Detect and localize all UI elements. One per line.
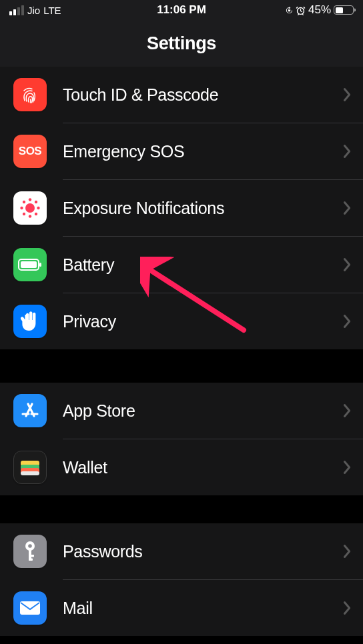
chevron-right-icon (343, 403, 363, 418)
battery-icon (13, 248, 47, 281)
key-icon (13, 535, 47, 568)
row-label: App Store (63, 401, 327, 421)
chevron-right-icon (343, 314, 363, 329)
row-label: Privacy (63, 312, 327, 331)
chevron-right-icon (343, 257, 363, 272)
clock-label: 11:06 PM (157, 3, 206, 17)
chevron-right-icon (343, 144, 363, 159)
svg-point-19 (28, 544, 32, 548)
wallet-icon (13, 451, 47, 484)
row-mail[interactable]: Mail (13, 580, 363, 636)
svg-rect-13 (39, 263, 41, 267)
chevron-right-icon (343, 460, 363, 475)
svg-point-8 (35, 201, 37, 203)
row-label: Mail (63, 599, 327, 618)
section-spacer (0, 349, 363, 383)
row-label: Emergency SOS (63, 142, 327, 161)
page-title: Settings (0, 20, 363, 67)
row-battery[interactable]: Battery (13, 237, 363, 293)
signal-icon (9, 5, 24, 15)
row-label: Exposure Notifications (63, 199, 327, 218)
settings-section-1: Touch ID & Passcode SOS Emergency SOS E (0, 67, 363, 349)
mail-icon (13, 591, 47, 625)
battery-percent-label: 45% (308, 3, 331, 17)
battery-icon (334, 5, 354, 15)
network-label: LTE (43, 5, 61, 16)
svg-point-3 (29, 198, 31, 201)
section-spacer (0, 495, 363, 523)
sos-icon: SOS (13, 135, 47, 168)
row-emergency-sos[interactable]: SOS Emergency SOS (13, 123, 363, 179)
svg-point-5 (20, 207, 23, 209)
settings-section-3: Passwords Mail (0, 523, 363, 636)
settings-section-2: App Store Wallet (0, 383, 363, 495)
svg-point-10 (35, 213, 37, 215)
row-wallet[interactable]: Wallet (13, 439, 363, 495)
svg-point-4 (29, 215, 31, 217)
carrier-label: Jio (27, 5, 40, 16)
row-label: Passwords (63, 542, 327, 561)
row-label: Wallet (63, 458, 327, 477)
app-store-icon (13, 394, 47, 427)
row-passwords[interactable]: Passwords (13, 523, 363, 579)
row-touch-id-passcode[interactable]: Touch ID & Passcode (13, 67, 363, 123)
svg-point-9 (23, 213, 25, 215)
row-label: Battery (63, 255, 327, 275)
chevron-right-icon (343, 601, 363, 615)
svg-rect-22 (29, 559, 33, 561)
status-left: Jio LTE (9, 5, 61, 16)
svg-rect-12 (21, 261, 37, 268)
status-right: 45% (286, 3, 354, 17)
svg-point-6 (37, 207, 39, 209)
alarm-icon (296, 5, 306, 15)
orientation-lock-icon (286, 7, 293, 14)
row-privacy[interactable]: Privacy (13, 293, 363, 349)
hand-icon (13, 305, 47, 338)
svg-rect-0 (288, 9, 290, 11)
chevron-right-icon (343, 201, 363, 215)
chevron-right-icon (343, 544, 363, 559)
svg-rect-17 (21, 471, 39, 475)
exposure-icon (13, 191, 47, 225)
svg-point-2 (25, 203, 35, 213)
svg-rect-21 (29, 555, 34, 557)
row-app-store[interactable]: App Store (13, 383, 363, 439)
fingerprint-icon (13, 78, 47, 111)
row-label: Touch ID & Passcode (63, 85, 327, 105)
svg-rect-23 (20, 601, 40, 615)
svg-point-7 (23, 201, 25, 203)
row-exposure-notifications[interactable]: Exposure Notifications (13, 180, 363, 236)
chevron-right-icon (343, 87, 363, 102)
status-bar: Jio LTE 11:06 PM 45% (0, 0, 363, 20)
